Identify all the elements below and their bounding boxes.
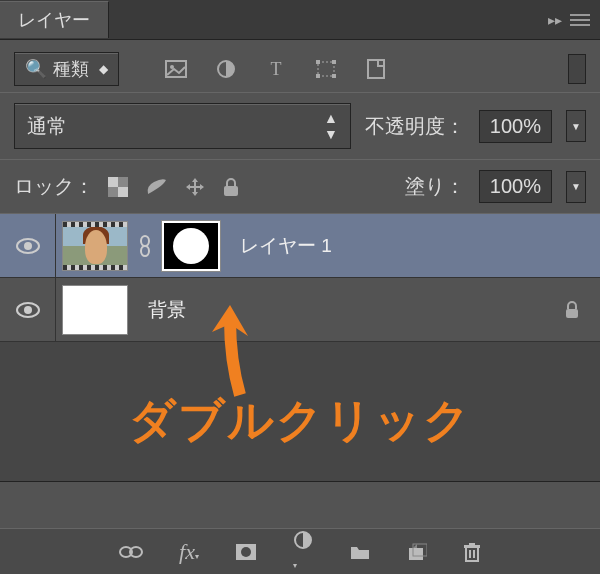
search-icon: 🔍 <box>25 58 47 80</box>
svg-rect-23 <box>566 309 578 318</box>
lock-icon <box>564 301 580 319</box>
blend-mode-label: 通常 <box>27 113 67 140</box>
image-filter-icon[interactable] <box>163 56 189 82</box>
blend-row: 通常 ▲▼ 不透明度： 100% ▼ <box>0 92 600 159</box>
new-group-icon[interactable] <box>349 543 371 561</box>
filter-type-select[interactable]: 🔍 種類 ◆ <box>14 52 119 86</box>
layer-name[interactable]: 背景 <box>148 297 186 323</box>
link-mask-icon[interactable] <box>138 235 152 257</box>
svg-rect-8 <box>316 60 320 64</box>
svg-rect-35 <box>469 543 475 545</box>
adjustment-filter-icon[interactable] <box>213 56 239 82</box>
svg-rect-16 <box>224 186 238 196</box>
text-filter-icon[interactable]: T <box>263 56 289 82</box>
adjustment-layer-icon[interactable]: ▾ <box>293 530 313 573</box>
lock-move-icon[interactable] <box>184 176 206 198</box>
panel-menu-icon[interactable] <box>570 13 590 27</box>
lock-label: ロック： <box>14 173 94 200</box>
fill-dropdown-icon[interactable]: ▼ <box>566 171 586 203</box>
visibility-toggle[interactable] <box>0 278 56 341</box>
delete-layer-icon[interactable] <box>463 542 481 562</box>
filter-label: 種類 <box>53 57 89 81</box>
svg-rect-14 <box>108 177 118 187</box>
fill-value[interactable]: 100% <box>479 170 552 203</box>
filter-toggle[interactable] <box>568 54 586 84</box>
svg-point-27 <box>241 547 251 557</box>
opacity-value[interactable]: 100% <box>479 110 552 143</box>
panel-tab-bar: レイヤー ▸▸ <box>0 0 600 40</box>
lock-transparency-icon[interactable] <box>108 177 128 197</box>
layer-name[interactable]: レイヤー 1 <box>240 233 332 259</box>
opacity-label: 不透明度： <box>365 113 465 140</box>
chevron-updown-icon: ▲▼ <box>324 110 338 142</box>
link-layers-icon[interactable] <box>119 545 143 559</box>
svg-rect-9 <box>332 60 336 64</box>
bottom-toolbar: fx▾ ▾ <box>0 528 600 574</box>
eye-icon <box>16 302 40 318</box>
opacity-dropdown-icon[interactable]: ▼ <box>566 110 586 142</box>
svg-rect-34 <box>464 545 480 548</box>
svg-rect-12 <box>368 60 384 78</box>
shape-filter-icon[interactable] <box>313 56 339 82</box>
visibility-toggle[interactable] <box>0 214 56 277</box>
lock-all-icon[interactable] <box>222 177 240 197</box>
new-layer-icon[interactable] <box>407 542 427 562</box>
svg-rect-11 <box>332 74 336 78</box>
layer-row[interactable]: レイヤー 1 <box>0 214 600 278</box>
svg-rect-29 <box>409 548 423 560</box>
filter-row: 🔍 種類 ◆ T <box>0 40 600 92</box>
layers-empty-area <box>0 342 600 482</box>
svg-rect-7 <box>318 62 334 76</box>
lock-row: ロック： 塗り： 100% ▼ <box>0 159 600 213</box>
svg-point-19 <box>141 236 149 246</box>
lock-paint-icon[interactable] <box>144 176 168 198</box>
svg-rect-31 <box>466 547 478 561</box>
layer-mask-thumbnail[interactable] <box>162 221 220 271</box>
layers-list: レイヤー 1 背景 <box>0 213 600 342</box>
panel-collapse-arrows[interactable]: ▸▸ <box>548 12 562 28</box>
fx-icon[interactable]: fx▾ <box>179 539 199 565</box>
layer-thumbnail[interactable] <box>62 285 128 335</box>
filter-icons: T <box>163 56 389 82</box>
layer-row[interactable]: 背景 <box>0 278 600 342</box>
svg-point-22 <box>24 306 32 314</box>
layers-tab[interactable]: レイヤー <box>0 1 109 38</box>
layer-thumbnail[interactable] <box>62 221 128 271</box>
svg-rect-15 <box>118 187 128 197</box>
svg-point-18 <box>24 242 32 250</box>
blend-mode-select[interactable]: 通常 ▲▼ <box>14 103 351 149</box>
smartobject-filter-icon[interactable] <box>363 56 389 82</box>
svg-point-20 <box>141 246 149 256</box>
fill-label: 塗り： <box>405 173 465 200</box>
chevron-down-icon: ◆ <box>99 62 108 76</box>
svg-rect-10 <box>316 74 320 78</box>
svg-text:T: T <box>271 59 282 79</box>
eye-icon <box>16 238 40 254</box>
add-mask-icon[interactable] <box>235 543 257 561</box>
